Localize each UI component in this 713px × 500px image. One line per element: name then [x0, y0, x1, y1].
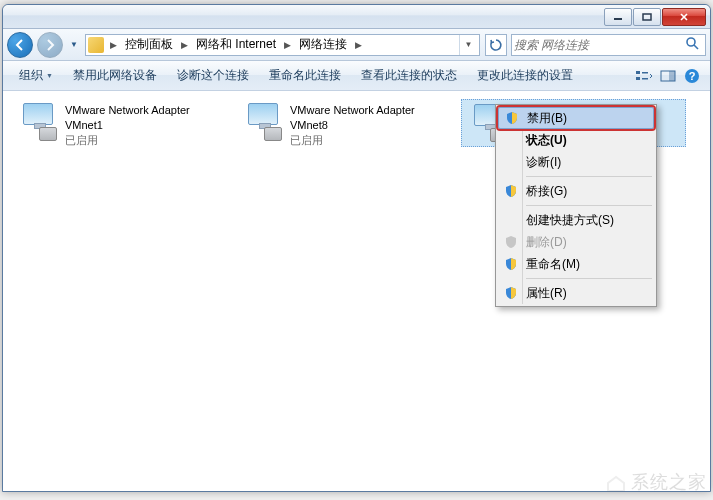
nav-history-dropdown[interactable]: ▼: [67, 35, 81, 55]
svg-rect-11: [669, 71, 675, 81]
separator: [526, 176, 652, 177]
organize-menu[interactable]: 组织▼: [9, 61, 63, 91]
diagnose-button[interactable]: 诊断这个连接: [167, 61, 259, 91]
search-input[interactable]: [514, 38, 685, 52]
change-settings-button[interactable]: 更改此连接的设置: [467, 61, 583, 91]
connection-label: VMware Network Adapter VMnet1 已启用: [65, 103, 230, 148]
disable-device-button[interactable]: 禁用此网络设备: [63, 61, 167, 91]
breadcrumb-sep[interactable]: ▶: [179, 40, 190, 50]
breadcrumb-seg[interactable]: 网络连接: [297, 36, 349, 53]
svg-rect-7: [636, 77, 640, 80]
ctx-bridge[interactable]: 桥接(G): [498, 180, 654, 202]
svg-rect-8: [642, 72, 648, 74]
shield-icon: [503, 183, 519, 199]
ctx-rename[interactable]: 重命名(M): [498, 253, 654, 275]
breadcrumb-seg[interactable]: 网络和 Internet: [194, 36, 278, 53]
breadcrumb-sep[interactable]: ▶: [108, 40, 119, 50]
connection-label: VMware Network Adapter VMnet8 已启用: [290, 103, 455, 148]
svg-rect-6: [636, 71, 640, 74]
separator: [526, 278, 652, 279]
connection-item[interactable]: VMware Network Adapter VMnet1 已启用: [11, 99, 236, 152]
help-button[interactable]: ?: [680, 64, 704, 88]
preview-pane-button[interactable]: [656, 64, 680, 88]
ctx-shortcut[interactable]: 创建快捷方式(S): [498, 209, 654, 231]
svg-text:?: ?: [689, 70, 696, 82]
ctx-properties[interactable]: 属性(R): [498, 282, 654, 304]
shield-icon: [503, 256, 519, 272]
ctx-disable[interactable]: 禁用(B): [498, 107, 654, 129]
search-box[interactable]: [511, 34, 706, 56]
minimize-button[interactable]: [604, 8, 632, 26]
view-status-button[interactable]: 查看此连接的状态: [351, 61, 467, 91]
forward-button[interactable]: [37, 32, 63, 58]
breadcrumb-sep[interactable]: ▶: [353, 40, 364, 50]
back-button[interactable]: [7, 32, 33, 58]
svg-line-5: [694, 45, 698, 49]
address-bar[interactable]: ▶ 控制面板 ▶ 网络和 Internet ▶ 网络连接 ▶ ▼: [85, 34, 480, 56]
shield-icon: [503, 234, 519, 250]
search-icon[interactable]: [685, 36, 703, 54]
titlebar: [3, 5, 710, 29]
maximize-button[interactable]: [633, 8, 661, 26]
navbar: ▼ ▶ 控制面板 ▶ 网络和 Internet ▶ 网络连接 ▶ ▼: [3, 29, 710, 61]
rename-button[interactable]: 重命名此连接: [259, 61, 351, 91]
folder-icon: [88, 37, 104, 53]
connection-item[interactable]: VMware Network Adapter VMnet8 已启用: [236, 99, 461, 152]
shield-icon: [503, 285, 519, 301]
shield-icon: [504, 110, 520, 126]
network-adapter-icon: [242, 103, 284, 141]
ctx-delete: 删除(D): [498, 231, 654, 253]
network-adapter-icon: [17, 103, 59, 141]
svg-point-4: [687, 38, 695, 46]
toolbar: 组织▼ 禁用此网络设备 诊断这个连接 重命名此连接 查看此连接的状态 更改此连接…: [3, 61, 710, 91]
ctx-status[interactable]: 状态(U): [498, 129, 654, 151]
view-options-button[interactable]: [632, 64, 656, 88]
ctx-diagnose[interactable]: 诊断(I): [498, 151, 654, 173]
svg-rect-9: [642, 78, 648, 80]
svg-rect-1: [643, 14, 651, 20]
address-dropdown[interactable]: ▼: [459, 35, 477, 55]
context-menu: 禁用(B) 状态(U) 诊断(I) 桥接(G) 创建快捷方式(S) 删除(D) …: [495, 104, 657, 307]
breadcrumb-seg[interactable]: 控制面板: [123, 36, 175, 53]
breadcrumb-sep[interactable]: ▶: [282, 40, 293, 50]
svg-rect-0: [614, 18, 622, 20]
close-button[interactable]: [662, 8, 706, 26]
separator: [526, 205, 652, 206]
refresh-button[interactable]: [485, 34, 507, 56]
